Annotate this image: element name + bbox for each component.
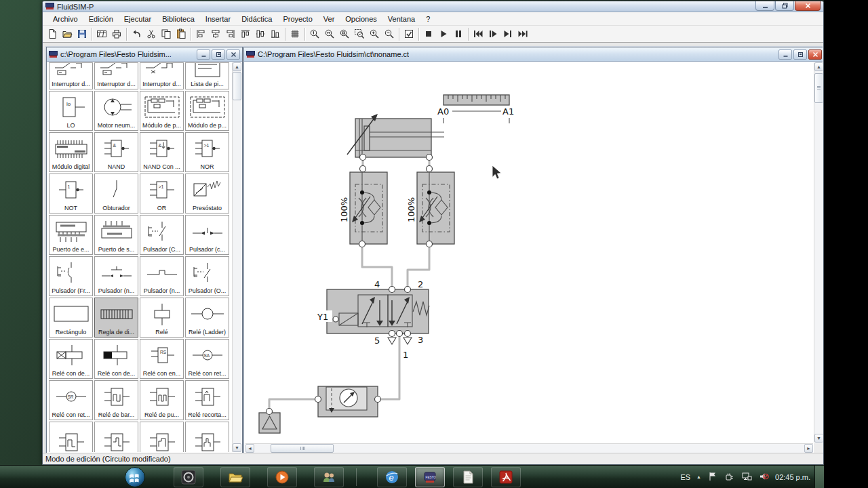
menu-ventana[interactable]: Ventana (382, 14, 420, 25)
component-rele-con-de[interactable]: Relé con de... (94, 339, 138, 379)
circuit-close-button[interactable] (808, 49, 822, 60)
scroll-right-button[interactable]: ► (804, 444, 813, 453)
toolbar-align-top-button[interactable] (238, 27, 253, 41)
component-modulo-de-p[interactable]: Módulo de p... (185, 91, 229, 131)
volume-muted-icon[interactable] (758, 471, 769, 483)
toolbar-align-middle-button[interactable] (253, 27, 268, 41)
scroll-thumb[interactable] (271, 444, 334, 453)
taskbar-media-app-button[interactable] (174, 467, 203, 487)
show-desktop-button[interactable] (814, 466, 824, 488)
power-plug-icon[interactable] (724, 471, 735, 483)
component-rele-recorta[interactable]: Relé recorta... (185, 380, 229, 420)
component-not[interactable]: 1NOT (49, 174, 93, 214)
circuit-restore-button[interactable] (793, 49, 807, 60)
component-rele-con-ret[interactable]: SRRelé con ret... (49, 380, 93, 420)
component-rele-de-bar[interactable]: Relé de bar... (94, 380, 138, 420)
component-pulse-7[interactable] (185, 422, 229, 452)
toolbar-zoom-in-button[interactable] (367, 27, 382, 41)
component-rele[interactable]: Relé (140, 298, 184, 338)
component-nand[interactable]: &NAND (94, 132, 138, 172)
component-interruptor-d[interactable]: Interruptor d... (94, 62, 138, 89)
component-nor[interactable]: >1NOR (185, 132, 229, 172)
toolbar-zoom-out-button[interactable] (382, 27, 397, 41)
taskbar-fluidsim-button[interactable]: FESTO (415, 467, 445, 487)
component-rele-de-pu[interactable]: Relé de pu... (140, 380, 184, 420)
component-rectangulo[interactable]: Rectángulo (49, 298, 93, 338)
component-pulse-5[interactable] (94, 422, 138, 452)
component-modulo-de-p[interactable]: Módulo de p... (140, 91, 184, 131)
toolbar-paste-button[interactable] (174, 27, 189, 41)
component-pulsador-c[interactable]: Pulsador (c... (185, 215, 229, 255)
toolbar-zoom-rect-button[interactable] (352, 27, 367, 41)
component-puerto-de-s[interactable]: Puerto de s... (94, 215, 138, 255)
toolbar-open-button[interactable] (60, 27, 75, 41)
component-regla-de-di[interactable]: Regla de di... (94, 298, 138, 338)
circuit-vscrollbar[interactable]: ▲ ▼ (814, 62, 823, 443)
toolbar-grid-button[interactable] (288, 27, 302, 41)
toolbar-step-button[interactable] (486, 27, 500, 41)
toolbar-to-start-button[interactable] (471, 27, 486, 41)
library-titlebar[interactable]: c:\Program Files\Festo Fluidsim... (47, 47, 242, 62)
component-pulsador-fr[interactable]: Pulsador (Fr... (49, 256, 93, 296)
toolbar-cut-button[interactable] (144, 27, 159, 41)
menu-ejecutar[interactable]: Ejecutar (119, 14, 157, 25)
scroll-thumb[interactable] (814, 73, 823, 103)
taskbar-contacts-button[interactable] (314, 467, 344, 487)
toolbar-to-end-button[interactable] (500, 27, 515, 41)
toolbar-stop-button[interactable] (421, 27, 436, 41)
scroll-up-button[interactable]: ▲ (814, 62, 823, 71)
component-pulsador-n[interactable]: Pulsador (n... (140, 256, 184, 296)
component-interruptor-d[interactable]: Interruptor d... (140, 62, 184, 89)
toolbar-print-button[interactable] (109, 27, 124, 41)
menu-didactica[interactable]: Didáctica (236, 14, 277, 25)
component-pulsador-c[interactable]: Pulsador (C... (140, 215, 184, 255)
component-or[interactable]: >1OR (140, 174, 184, 214)
taskbar-pdf-reader-button[interactable] (491, 467, 521, 487)
component-pulse-6[interactable] (140, 422, 184, 452)
library-restore-button[interactable] (212, 49, 225, 60)
toolbar-align-bottom-button[interactable] (268, 27, 283, 41)
taskbar-internet-explorer-button[interactable]: e (377, 467, 407, 487)
menu-ver[interactable]: Ver (318, 14, 340, 25)
component-obturador[interactable]: Obturador (94, 174, 138, 214)
menu-insertar[interactable]: Insertar (200, 14, 236, 25)
circuit-canvas[interactable]: A0 A1 (245, 62, 813, 443)
minimize-button[interactable] (755, 1, 774, 11)
action-center-flag-icon[interactable] (707, 471, 718, 483)
scroll-thumb[interactable] (233, 72, 241, 100)
toolbar-run-fast-button[interactable] (515, 27, 530, 41)
scroll-down-button[interactable]: ▼ (814, 434, 823, 443)
menu-proyecto[interactable]: Proyecto (277, 14, 317, 25)
restore-button[interactable] (775, 1, 794, 11)
component-modulo-digital[interactable]: Módulo digital (49, 132, 93, 172)
circuit-minimize-button[interactable] (778, 49, 792, 60)
library-close-button[interactable] (226, 49, 240, 60)
menu-biblioteca[interactable]: Biblioteca (157, 14, 200, 25)
menu-opciones[interactable]: Opciones (340, 14, 382, 25)
main-titlebar[interactable]: FluidSIM-P (43, 1, 823, 12)
toolbar-zoom-prev-button[interactable] (337, 27, 352, 41)
clock[interactable]: 02:45 p.m. (775, 473, 810, 481)
menu-archivo[interactable]: Archivo (47, 14, 83, 25)
network-icon[interactable] (741, 471, 752, 483)
start-button[interactable] (123, 466, 146, 488)
toolbar-undo-button[interactable] (129, 27, 144, 41)
scroll-left-button[interactable]: ◄ (245, 444, 254, 453)
circuit-hscrollbar[interactable]: ◄ ► (245, 443, 813, 453)
toolbar-save-button[interactable] (75, 27, 90, 41)
language-indicator[interactable]: ES (680, 473, 690, 481)
component-rele-ladder[interactable]: Relé (Ladder) (185, 298, 229, 338)
toolbar-align-right-button[interactable] (223, 27, 238, 41)
component-motor-neum[interactable]: Motor neum... (94, 91, 138, 131)
component-rele-con-de[interactable]: Relé con de... (49, 339, 93, 379)
library-scrollbar[interactable]: ▲ ▼ (232, 62, 241, 452)
component-puerto-de-e[interactable]: Puerto de e... (49, 215, 93, 255)
toolbar-pause-button[interactable] (451, 27, 466, 41)
component-interruptor-d[interactable]: Interruptor d... (49, 62, 93, 89)
toolbar-align-center-button[interactable] (208, 27, 223, 41)
component-pulsador-o[interactable]: Pulsador (O... (185, 256, 229, 296)
tray-expand-icon[interactable]: ▲ (696, 474, 701, 479)
component-nand-con[interactable]: &NAND Con ... (140, 132, 184, 172)
toolbar-preview-button[interactable] (94, 27, 109, 41)
close-button[interactable] (795, 1, 821, 11)
